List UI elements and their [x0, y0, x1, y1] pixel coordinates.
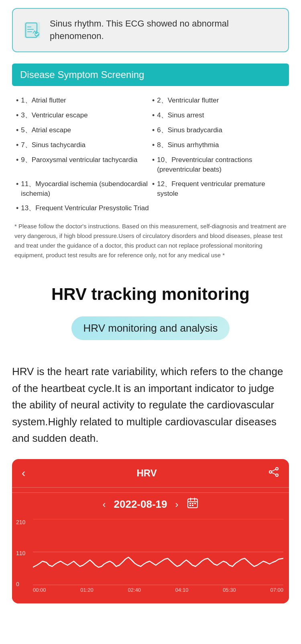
- ecg-result-text: Sinus rhythm. This ECG showed no abnorma…: [50, 18, 279, 43]
- symptom-8: • 8、Sinus arrhythmia: [150, 138, 287, 153]
- hrv-section: HRV tracking monitoring HRV monitoring a…: [0, 284, 301, 603]
- svg-line-10: [272, 473, 276, 475]
- bullet: •: [16, 203, 18, 213]
- hrv-badge: HRV monitoring and analysis: [71, 316, 230, 340]
- bullet: •: [152, 155, 155, 165]
- bullet: •: [152, 111, 155, 121]
- symptom-9: • 9、Paroxysmal ventricular tachycardia: [14, 153, 150, 177]
- symptom-2: • 2、Ventricular flutter: [150, 93, 287, 108]
- x-label-0700: 07:00: [270, 587, 283, 593]
- bullet: •: [152, 96, 155, 106]
- bullet: •: [152, 179, 155, 189]
- symptom-6: • 6、Sinus bradycardia: [150, 123, 287, 138]
- hrv-main-title: HRV tracking monitoring: [12, 284, 289, 304]
- svg-point-8: [276, 474, 278, 476]
- date-prev-icon[interactable]: ‹: [103, 499, 106, 510]
- svg-rect-19: [192, 505, 193, 506]
- bullet: •: [152, 140, 155, 150]
- bullet: •: [16, 155, 18, 165]
- symptom-12: • 12、Frequent ventricular premature syst…: [150, 177, 287, 201]
- hrv-chart-area: 210 110 0 00:00 01:20 02:40: [12, 515, 289, 603]
- hrv-description: HRV is the heart rate variability, which…: [12, 363, 289, 447]
- symptom-1: • 1、Atrial flutter: [14, 93, 150, 108]
- bullet: •: [16, 125, 18, 135]
- svg-line-9: [272, 470, 276, 472]
- symptom-4: • 4、Sinus arrest: [150, 108, 287, 123]
- bullet: •: [152, 125, 155, 135]
- bullet: •: [16, 140, 18, 150]
- y-label-210: 210: [16, 519, 25, 525]
- ecg-icon: [22, 20, 43, 41]
- x-label-0000: 00:00: [33, 587, 46, 593]
- date-next-icon[interactable]: ›: [175, 499, 179, 510]
- hrv-chart-card: ‹ HRV ‹ 2022-08-19 ›: [12, 459, 289, 603]
- symptom-13: • 13、Frequent Ventricular Presystolic Tr…: [14, 201, 287, 216]
- disclaimer-text: * Please follow the doctor's instruction…: [14, 222, 287, 268]
- symptom-5: • 5、Atrial escape: [14, 123, 150, 138]
- svg-rect-17: [194, 503, 196, 504]
- y-label-110: 110: [16, 550, 25, 556]
- x-label-0530: 05:30: [223, 587, 236, 593]
- screening-header: Disease Symptom Screening: [12, 64, 289, 86]
- back-arrow-icon[interactable]: ‹: [22, 467, 25, 480]
- screening-section: Disease Symptom Screening • 1、Atrial flu…: [12, 64, 289, 268]
- symptom-3: • 3、Ventricular escape: [14, 108, 150, 123]
- hrv-chart-header: ‹ HRV: [12, 459, 289, 487]
- calendar-icon[interactable]: [187, 497, 199, 512]
- svg-point-6: [276, 468, 278, 470]
- bullet: •: [16, 179, 18, 189]
- bullet: •: [16, 96, 18, 106]
- symptom-11: • 11、Myocardial ischemia (subendocardial…: [14, 177, 150, 201]
- symptoms-grid: • 1、Atrial flutter • 2、Ventricular flutt…: [12, 93, 289, 216]
- svg-point-7: [269, 471, 272, 473]
- hrv-chart-title: HRV: [137, 468, 157, 479]
- hrv-date: 2022-08-19: [114, 498, 167, 511]
- share-icon[interactable]: [268, 466, 279, 480]
- svg-rect-16: [192, 503, 193, 504]
- hrv-date-row: ‹ 2022-08-19 ›: [12, 492, 289, 513]
- symptom-7: • 7、Sinus tachycardia: [14, 138, 150, 153]
- y-label-0: 0: [16, 581, 25, 587]
- ecg-result-card: Sinus rhythm. This ECG showed no abnorma…: [12, 8, 289, 52]
- x-label-0240: 02:40: [128, 587, 141, 593]
- svg-rect-15: [189, 503, 191, 504]
- x-label-0120: 01:20: [80, 587, 94, 593]
- x-label-0410: 04:10: [175, 587, 189, 593]
- hrv-waveform: [33, 519, 283, 585]
- bullet: •: [16, 111, 18, 121]
- svg-rect-18: [189, 505, 191, 506]
- symptom-10: • 10、Preventricular contractions (preven…: [150, 153, 287, 177]
